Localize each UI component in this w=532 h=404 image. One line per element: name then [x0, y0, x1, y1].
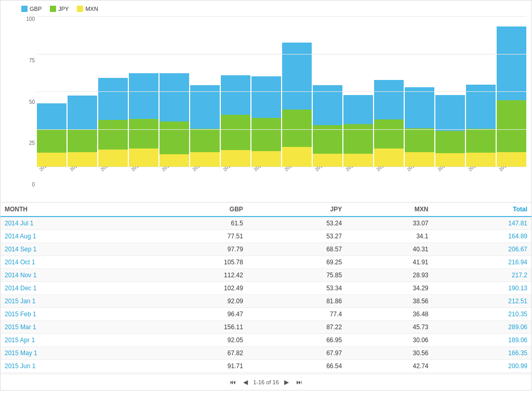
table-row: 2015 May 167.8267.9730.56166.35 [1, 347, 531, 360]
legend-color-mxn [77, 6, 83, 12]
table-cell: 75.85 [247, 269, 346, 282]
grid-lines [37, 16, 526, 167]
table-cell: 53.24 [247, 217, 346, 230]
table-row: 2014 Aug 177.5153.2734.1164.89 [1, 230, 531, 243]
x-axis-label: 2015 Sep 1 [466, 167, 502, 183]
table-row: 2015 Jun 191.7166.5442.74200.99 [1, 360, 531, 373]
table-row: 2015 Mar 1156.1187.2245.73289.06 [1, 321, 531, 334]
table-header-cell: Total [433, 203, 531, 217]
table-cell: 67.82 [148, 347, 247, 360]
table-cell: 105.78 [148, 256, 247, 269]
table-header-cell: MXN [346, 203, 432, 217]
grid-line [37, 129, 526, 130]
table-header: MONTHGBPJPYMXNTotal [1, 203, 531, 217]
legend-color-jpy [50, 6, 56, 12]
table-cell: 34.1 [346, 230, 432, 243]
x-axis-label: 2014 Jul 1 [37, 167, 73, 183]
table-cell: 91.71 [148, 360, 247, 373]
table-cell: 206.67 [433, 243, 531, 256]
legend-color-gbp [21, 6, 28, 12]
table-header-row: MONTHGBPJPYMXNTotal [1, 203, 531, 217]
table-cell: 210.35 [433, 308, 531, 321]
chart-container: GBPJPYMXN 0 25 50 75 100 2014 Jul 12014 … [0, 0, 532, 203]
table-row: 2014 Nov 1112.4275.8528.93217.2 [1, 269, 531, 282]
table-cell: 2014 Dec 1 [1, 282, 148, 295]
table-cell: 77.51 [148, 230, 247, 243]
legend-item-mxn: MXN [77, 6, 98, 12]
x-axis-label: 2014 Aug 1 [68, 167, 103, 183]
table-cell: 28.93 [346, 269, 432, 282]
table-scroll[interactable]: MONTHGBPJPYMXNTotal 2014 Jul 161.553.243… [1, 203, 531, 374]
table-cell: 166.35 [433, 347, 531, 360]
table-cell: 217.2 [433, 269, 531, 282]
table-cell: 147.81 [433, 217, 531, 230]
prev-page-button[interactable]: ◀ [241, 378, 250, 387]
table-cell: 92.05 [148, 334, 247, 347]
table-cell: 34.29 [346, 282, 432, 295]
table-cell: 2014 Sep 1 [1, 243, 148, 256]
table-cell: 2014 Jul 1 [1, 217, 148, 230]
table-row: 2014 Jul 161.553.2433.07147.81 [1, 217, 531, 230]
table-cell: 2015 Apr 1 [1, 334, 148, 347]
table-cell: 30.56 [346, 347, 432, 360]
table-cell: 53.34 [247, 282, 346, 295]
table-cell: 81.86 [247, 295, 346, 308]
table-cell: 112.42 [148, 269, 247, 282]
table-row: 2015 Apr 192.0566.9530.06189.06 [1, 334, 531, 347]
x-axis-label: 2014 Nov 1 [159, 167, 195, 183]
x-axis-label: 2015 Jan 1 [221, 167, 257, 183]
first-page-button[interactable]: ⏮ [228, 378, 238, 387]
table-header-cell: MONTH [1, 203, 148, 217]
table-cell: 189.06 [433, 334, 531, 347]
x-axis-label: 2015 Jul 1 [405, 167, 441, 183]
x-axis-label: 2014 Sep 1 [98, 167, 134, 183]
table-cell: 66.54 [247, 360, 346, 373]
table-cell: 190.13 [433, 282, 531, 295]
table-cell: 2015 May 1 [1, 347, 148, 360]
x-axis-label: 2015 Apr 1 [313, 167, 349, 183]
table-cell: 2014 Nov 1 [1, 269, 148, 282]
table-cell: 66.95 [247, 334, 346, 347]
table-cell: 2015 Jun 1 [1, 360, 148, 373]
table-cell: 2014 Oct 1 [1, 256, 148, 269]
table-cell: 30.06 [346, 334, 432, 347]
x-axis-label: 2015 Jun 1 [374, 167, 410, 183]
table-cell: 96.47 [148, 308, 247, 321]
legend-item-jpy: JPY [50, 6, 69, 12]
table-cell: 289.06 [433, 321, 531, 334]
table-cell: 2014 Aug 1 [1, 230, 148, 243]
table-cell: 40.31 [346, 243, 432, 256]
y-axis: 0 25 50 75 100 [21, 16, 37, 187]
table-header-cell: GBP [148, 203, 247, 217]
x-axis-label: 2014 Dec 1 [190, 167, 226, 183]
table-cell: 200.99 [433, 360, 531, 373]
table-cell: 45.73 [346, 321, 432, 334]
table-body: 2014 Jul 161.553.2433.07147.812014 Aug 1… [1, 217, 531, 374]
table-cell: 42.74 [346, 360, 432, 373]
table-cell: 164.89 [433, 230, 531, 243]
table-cell: 61.5 [148, 217, 247, 230]
table-cell: 92.09 [148, 295, 247, 308]
last-page-button[interactable]: ⏭ [294, 378, 304, 387]
table-cell: 87.22 [247, 321, 346, 334]
grid-line [37, 16, 526, 17]
x-labels: 2014 Jul 12014 Aug 12014 Sep 12014 Oct 1… [37, 167, 526, 187]
table-cell: 69.25 [247, 256, 346, 269]
next-page-button[interactable]: ▶ [282, 378, 291, 387]
table-row: 2014 Sep 197.7968.5740.31206.67 [1, 243, 531, 256]
table-row: 2014 Dec 1102.4953.3434.29190.13 [1, 282, 531, 295]
table-cell: 36.48 [346, 308, 432, 321]
table-cell: 216.94 [433, 256, 531, 269]
page-info: 1-16 of 16 [253, 379, 279, 385]
table-row: 2015 Feb 196.4777.436.48210.35 [1, 308, 531, 321]
table-cell: 77.4 [247, 308, 346, 321]
table-cell: 156.11 [148, 321, 247, 334]
table-header-cell: JPY [247, 203, 346, 217]
table-cell: 41.91 [346, 256, 432, 269]
table-cell: 212.51 [433, 295, 531, 308]
data-table: MONTHGBPJPYMXNTotal 2014 Jul 161.553.243… [1, 203, 531, 374]
table-cell: 33.07 [346, 217, 432, 230]
x-axis-label: 2015 May 1 [343, 167, 379, 183]
table-row: 2014 Oct 1105.7869.2541.91216.94 [1, 256, 531, 269]
table-cell: 2015 Mar 1 [1, 321, 148, 334]
